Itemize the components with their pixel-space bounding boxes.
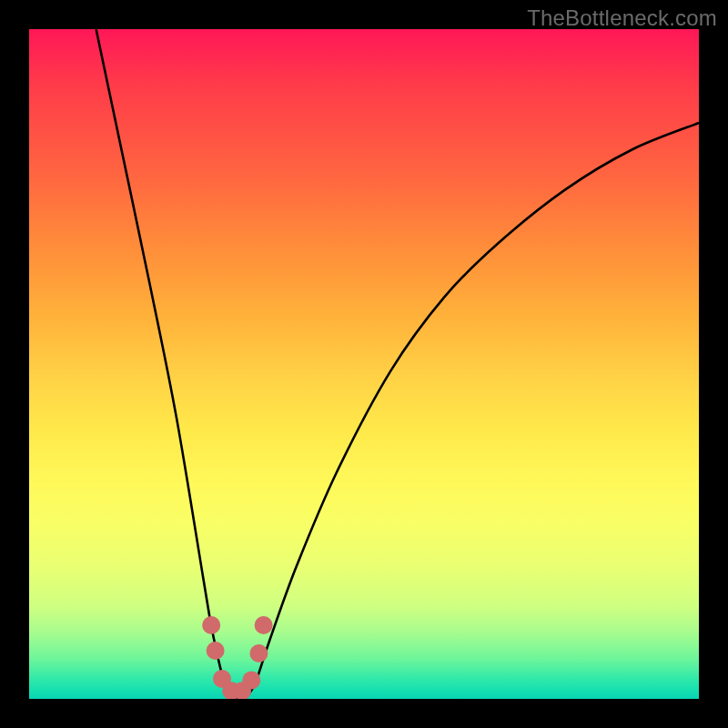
watermark-text: TheBottleneck.com — [527, 5, 717, 31]
marker-bottom-4 — [242, 671, 260, 689]
marker-right-top — [255, 616, 273, 634]
marker-left-mid — [207, 642, 225, 660]
marker-right-mid — [249, 644, 268, 662]
marker-group — [202, 616, 272, 699]
chart-canvas: TheBottleneck.com — [0, 0, 728, 728]
curve-svg — [29, 29, 699, 699]
marker-left-top — [202, 616, 220, 634]
bottleneck-curve-path — [96, 29, 699, 699]
plot-area — [29, 29, 699, 699]
